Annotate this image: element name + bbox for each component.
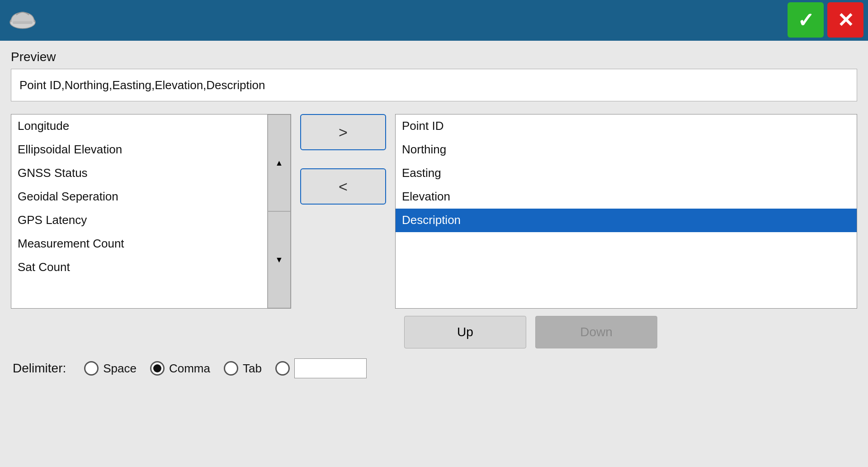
left-scroll-buttons: ▲ ▼ — [267, 114, 291, 308]
custom-radio[interactable] — [275, 361, 290, 376]
left-list-item[interactable]: Geoidal Seperation — [11, 185, 267, 209]
header-buttons: ✓ ✕ — [788, 2, 863, 38]
space-radio[interactable] — [84, 361, 99, 376]
right-list-item[interactable]: Elevation — [396, 185, 857, 209]
middle-buttons: > < — [291, 114, 395, 205]
left-list-item[interactable]: GPS Latency — [11, 209, 267, 232]
left-list: LongitudeEllipsoidal ElevationGNSS Statu… — [11, 114, 267, 308]
delimiter-label: Delimiter: — [13, 361, 66, 376]
tab-radio[interactable] — [224, 361, 238, 376]
scroll-down-button[interactable]: ▼ — [268, 211, 291, 308]
tab-radio-group: Tab — [224, 361, 262, 376]
comma-label: Comma — [169, 362, 210, 376]
cancel-button[interactable]: ✕ — [827, 2, 863, 38]
scroll-up-button[interactable]: ▲ — [268, 114, 291, 211]
custom-radio-group — [275, 358, 367, 378]
main-content: Preview Point ID,Northing,Easting,Elevat… — [0, 41, 868, 467]
header: ✓ ✕ — [0, 0, 868, 41]
left-list-item[interactable]: Sat Count — [11, 256, 267, 279]
comma-radio[interactable] — [150, 361, 165, 376]
right-list-item[interactable]: Point ID — [396, 114, 857, 138]
preview-label: Preview — [11, 50, 857, 64]
remove-button[interactable]: < — [300, 168, 386, 205]
hardhat-icon — [7, 5, 38, 36]
down-button[interactable]: Down — [535, 316, 657, 348]
right-list-container: Point IDNorthingEastingElevationDescript… — [395, 114, 857, 309]
left-list-item[interactable]: Ellipsoidal Elevation — [11, 138, 267, 162]
left-list-item[interactable]: Longitude — [11, 114, 267, 138]
right-list-item[interactable]: Description — [396, 209, 857, 232]
up-button[interactable]: Up — [404, 316, 526, 348]
comma-radio-group: Comma — [150, 361, 210, 376]
preview-box: Point ID,Northing,Easting,Elevation,Desc… — [11, 69, 857, 101]
svg-rect-1 — [13, 21, 33, 24]
space-radio-group: Space — [84, 361, 137, 376]
right-list-item[interactable]: Northing — [396, 138, 857, 162]
add-button[interactable]: > — [300, 114, 386, 150]
lists-row: LongitudeEllipsoidal ElevationGNSS Statu… — [11, 114, 857, 309]
left-list-item[interactable]: Measurement Count — [11, 232, 267, 256]
left-list-container: LongitudeEllipsoidal ElevationGNSS Statu… — [11, 114, 291, 309]
right-list-item[interactable]: Easting — [396, 162, 857, 185]
bottom-row: Up Down — [11, 316, 857, 348]
space-label: Space — [103, 362, 137, 376]
tab-label: Tab — [243, 362, 262, 376]
custom-input[interactable] — [294, 358, 367, 378]
ok-button[interactable]: ✓ — [788, 2, 824, 38]
delimiter-row: Delimiter: Space Comma Tab — [11, 358, 857, 378]
left-list-item[interactable]: GNSS Status — [11, 162, 267, 185]
